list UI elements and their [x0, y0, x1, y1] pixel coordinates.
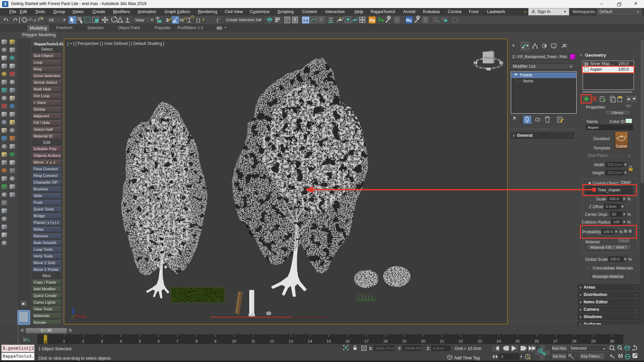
svg-text:29: 29: [591, 339, 596, 343]
svg-text:7: 7: [176, 339, 178, 343]
svg-text:2: 2: [82, 339, 84, 343]
svg-text:[ + ] [ Perspective ] [ User D: [ + ] [ Perspective ] [ User Defined ] […: [67, 41, 164, 46]
svg-text:Rc: Rc: [406, 18, 412, 23]
svg-text:9: 9: [214, 339, 216, 343]
svg-text:23: 23: [478, 339, 482, 343]
svg-text:{ ʹ: { ʹ: [217, 17, 220, 23]
svg-text:13: 13: [289, 339, 293, 343]
svg-text:24: 24: [497, 339, 501, 343]
svg-text:14: 14: [308, 339, 312, 343]
svg-text:%: %: [179, 17, 183, 23]
svg-text:18: 18: [383, 339, 388, 343]
svg-text:8: 8: [196, 339, 198, 343]
svg-text:{ }: { }: [196, 17, 200, 23]
svg-text:28: 28: [572, 339, 577, 343]
svg-text:5: 5: [139, 339, 141, 343]
svg-text:3: 3: [101, 339, 103, 343]
svg-text:FRONT: FRONT: [484, 56, 494, 60]
svg-text:17: 17: [365, 339, 369, 343]
svg-text:Fp: Fp: [370, 18, 375, 23]
svg-text:15: 15: [327, 339, 331, 343]
svg-text:27: 27: [553, 339, 558, 343]
svg-text:A: A: [438, 20, 440, 23]
svg-text:3: 3: [166, 17, 168, 23]
svg-text:10: 10: [232, 339, 236, 343]
svg-text:16: 16: [345, 339, 350, 343]
svg-text:1: 1: [63, 339, 65, 343]
svg-text:19: 19: [402, 339, 407, 343]
svg-text:12: 12: [270, 339, 274, 343]
svg-text:25: 25: [516, 339, 520, 343]
svg-text:All: All: [49, 18, 54, 22]
svg-text:20: 20: [421, 339, 426, 343]
svg-text:26: 26: [535, 339, 539, 343]
svg-text:21: 21: [440, 339, 444, 343]
svg-text:View: View: [135, 18, 145, 22]
svg-text:11: 11: [251, 339, 255, 343]
svg-text:Create Selection Se: Create Selection Se: [226, 18, 260, 22]
svg-text:6: 6: [158, 339, 160, 343]
svg-text:22: 22: [459, 339, 463, 343]
svg-text:4: 4: [120, 339, 122, 343]
svg-text:30: 30: [610, 339, 614, 343]
